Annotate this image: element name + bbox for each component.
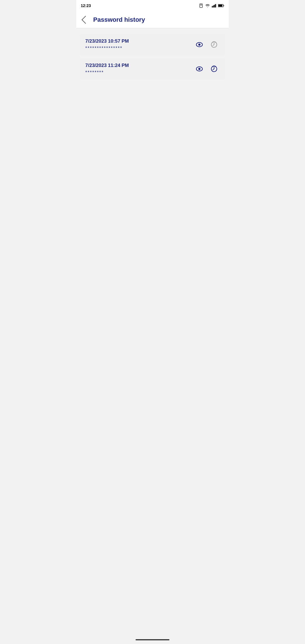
eye-icon-2 [196, 66, 203, 72]
password-info-2: 7/23/2023 11:24 PM ******** [85, 63, 129, 75]
svg-rect-2 [212, 6, 213, 8]
svg-rect-8 [223, 5, 224, 6]
svg-point-13 [198, 68, 201, 70]
password-date-2: 7/23/2023 11:24 PM [85, 63, 129, 68]
svg-point-10 [198, 43, 201, 46]
card-actions-2 [194, 63, 220, 75]
password-entry-2: 7/23/2023 11:24 PM ******** [80, 58, 225, 80]
status-time: 12:23 [81, 3, 91, 8]
show-password-button-1[interactable] [194, 39, 205, 50]
back-button[interactable] [79, 14, 91, 26]
password-masked-2: ******** [85, 70, 129, 75]
restore-icon-2 [210, 65, 218, 73]
restore-password-button-1[interactable] [208, 39, 220, 50]
svg-rect-3 [213, 5, 214, 7]
battery-icon [218, 4, 224, 7]
svg-rect-4 [214, 5, 215, 8]
status-icons [199, 3, 224, 8]
password-date-1: 7/23/2023 10:57 PM [85, 38, 129, 44]
show-password-button-2[interactable] [194, 63, 205, 75]
page-title: Password history [93, 16, 145, 23]
nav-bar [76, 636, 229, 644]
svg-rect-5 [215, 4, 216, 7]
restore-icon-1 [210, 41, 218, 48]
back-arrow-icon [82, 16, 90, 23]
restore-password-button-2[interactable] [208, 63, 220, 75]
password-info-1: 7/23/2023 10:57 PM **************** [85, 38, 129, 51]
nav-handle [136, 639, 169, 640]
svg-rect-0 [200, 4, 202, 7]
signal-icon [212, 4, 216, 8]
password-entry-1: 7/23/2023 10:57 PM **************** [80, 34, 225, 55]
svg-rect-1 [201, 5, 202, 5]
wifi-icon [205, 4, 210, 8]
status-bar: 12:23 [76, 0, 229, 11]
card-actions-1 [194, 39, 220, 50]
password-masked-1: **************** [85, 46, 129, 51]
app-bar: Password history [76, 11, 229, 28]
svg-rect-7 [218, 5, 222, 6]
eye-icon-1 [196, 42, 203, 47]
password-history-list: 7/23/2023 10:57 PM **************** [76, 28, 229, 85]
sim-icon [199, 3, 203, 8]
